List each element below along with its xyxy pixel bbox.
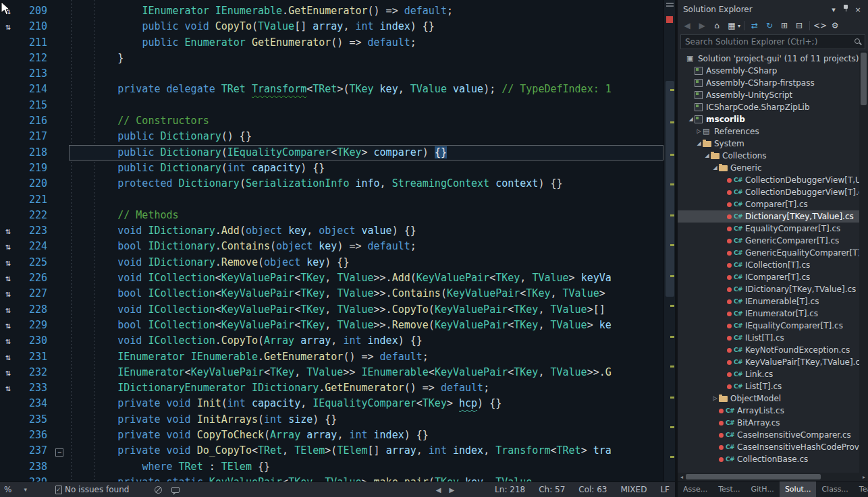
code-line[interactable]: ⇅227 bool ICollection<KeyValuePair<TKey,… bbox=[0, 286, 663, 301]
code-line[interactable]: 211 public Enumerator GetEnumerator() =>… bbox=[0, 35, 663, 51]
tree-item-keynotfoundexception-cs[interactable]: C#KeyNotFoundException.cs bbox=[678, 344, 868, 356]
code-line[interactable]: ⇅210 public void CopyTo(TValue[] array, … bbox=[0, 19, 663, 34]
breakpoint-margin[interactable] bbox=[0, 176, 16, 192]
tree-horizontal-scrollbar[interactable]: ◂ ▸ bbox=[678, 473, 868, 481]
implements-icon[interactable]: ⇅ bbox=[0, 302, 16, 318]
splitter-grip-icon[interactable] bbox=[666, 3, 674, 7]
implements-icon[interactable]: ⇅ bbox=[0, 270, 16, 286]
breakpoint-margin[interactable] bbox=[0, 98, 16, 113]
breakpoint-margin[interactable] bbox=[0, 208, 16, 223]
line-indicator[interactable]: Ln: 218 bbox=[495, 485, 525, 494]
code-line[interactable]: ⇅230 void ICollection.CopyTo(Array array… bbox=[0, 333, 663, 349]
tree-item-list-t-cs[interactable]: C#List[T].cs bbox=[678, 380, 868, 392]
tree-item-idictionary-tkey-tvalue-cs[interactable]: C#IDictionary[TKey,TValue].cs bbox=[678, 283, 868, 295]
code-line[interactable]: ⇅229 bool ICollection<KeyValuePair<TKey,… bbox=[0, 318, 663, 333]
breakpoint-margin[interactable] bbox=[0, 51, 16, 66]
pin-icon[interactable] bbox=[840, 5, 852, 14]
tree-item-generic[interactable]: ◢Generic bbox=[678, 162, 868, 174]
tree-item-caseinsensitivehashcodeprovider-cs[interactable]: C#CaseInsensitiveHashCodeProvider.cs bbox=[678, 441, 868, 453]
search-box[interactable] bbox=[680, 34, 865, 49]
tree-item-ienumerable-t-cs[interactable]: C#IEnumerable[T].cs bbox=[678, 295, 868, 308]
tool-window-tab-asse[interactable]: Asse... bbox=[678, 481, 713, 497]
expanded-arrow-icon[interactable]: ◢ bbox=[695, 138, 703, 150]
tree-item-genericequalitycomparer-t-cs[interactable]: C#GenericEqualityComparer[T].cs bbox=[678, 247, 868, 259]
scroll-left-icon[interactable]: ◂ bbox=[678, 474, 686, 480]
issues-summary[interactable]: No issues found bbox=[55, 485, 129, 494]
scroll-right-icon[interactable]: ▸ bbox=[860, 474, 868, 480]
tree-hscrollbar-thumb[interactable] bbox=[686, 474, 821, 479]
encoding-indicator[interactable]: MIXED bbox=[620, 485, 647, 494]
scrollbar-error-mark[interactable] bbox=[666, 16, 673, 23]
code-line[interactable]: 235 private void InitArrays(int size) {} bbox=[0, 412, 663, 428]
column-indicator[interactable]: Col: 63 bbox=[578, 485, 607, 494]
chevron-down-icon[interactable]: ▾ bbox=[738, 23, 740, 29]
tree-item-references[interactable]: ▷▤References bbox=[678, 125, 868, 138]
tree-item-comparer-t-cs[interactable]: C#Comparer[T].cs bbox=[678, 198, 868, 210]
code-line[interactable]: ⇅228 void ICollection<KeyValuePair<TKey,… bbox=[0, 302, 663, 318]
implements-icon[interactable]: ⇅ bbox=[0, 286, 16, 301]
code-line[interactable]: ⇅233 IDictionaryEnumerator IDictionary.G… bbox=[0, 380, 663, 396]
editor-vertical-scrollbar[interactable] bbox=[663, 0, 675, 481]
expanded-arrow-icon[interactable]: ◢ bbox=[687, 113, 695, 125]
code-line[interactable]: ⇅226 void ICollection<KeyValuePair<TKey,… bbox=[0, 270, 663, 286]
code-line[interactable]: 220 protected Dictionary(SerializationIn… bbox=[0, 176, 663, 192]
tree-item-mscorlib[interactable]: ◢mscorlib bbox=[678, 113, 868, 125]
tool-window-tab-test[interactable]: Test... bbox=[713, 481, 745, 497]
breakpoint-margin[interactable] bbox=[0, 66, 16, 82]
code-line[interactable]: 237− private void Do_CopyTo<TRet, TElem>… bbox=[0, 443, 663, 459]
tree-item-assembly-csharp-firstpass[interactable]: Assembly-CSharp-firstpass bbox=[678, 77, 868, 89]
tree-item-dictionary-tkey-tvalue-cs[interactable]: C#Dictionary[TKey,TValue].cs bbox=[678, 210, 868, 223]
implements-icon[interactable]: ⇅ bbox=[0, 255, 16, 270]
tree-item-collections[interactable]: ◢Collections bbox=[678, 150, 868, 162]
tree-item-assembly-csharp[interactable]: Assembly-CSharp bbox=[678, 65, 868, 77]
code-line[interactable]: 214 private delegate TRet Transform<TRet… bbox=[0, 82, 663, 97]
tree-item-assembly-unityscript[interactable]: Assembly-UnityScript bbox=[678, 89, 868, 101]
solution-tree[interactable]: ▣Solution 'project-gui' (11 of 11 projec… bbox=[678, 51, 868, 473]
tree-item-link-cs[interactable]: C#Link.cs bbox=[678, 368, 868, 380]
code-line[interactable]: 215 bbox=[0, 98, 663, 113]
breakpoint-margin[interactable] bbox=[0, 396, 16, 411]
search-icon[interactable] bbox=[854, 38, 862, 46]
code-line[interactable]: ⇅231 IEnumerator IEnumerable.GetEnumerat… bbox=[0, 349, 663, 365]
tree-item-icollection-t-cs[interactable]: C#ICollection[T].cs bbox=[678, 259, 868, 271]
implements-icon[interactable]: ⇅ bbox=[0, 318, 16, 333]
code-line[interactable]: 221 bbox=[0, 192, 663, 208]
breakpoint-margin[interactable] bbox=[0, 160, 16, 176]
code-line[interactable]: 222 // Methods bbox=[0, 208, 663, 223]
expanded-arrow-icon[interactable]: ◢ bbox=[703, 150, 711, 162]
collapse-all-icon[interactable]: ⊟ bbox=[792, 20, 806, 32]
code-line[interactable]: ⇅225 void IDictionary.Remove(object key)… bbox=[0, 255, 663, 270]
fold-marker[interactable]: − bbox=[50, 443, 69, 459]
breakpoint-margin[interactable] bbox=[0, 192, 16, 208]
code-line[interactable]: 217 public Dictionary() {} bbox=[0, 129, 663, 144]
tree-item-keyvaluepair-tkey-tvalue-cs[interactable]: C#KeyValuePair[TKey,TValue].cs bbox=[678, 356, 868, 368]
code-line[interactable]: ⇅232 IEnumerator<KeyValuePair<TKey, TVal… bbox=[0, 365, 663, 380]
breakpoint-margin[interactable] bbox=[0, 129, 16, 144]
breakpoint-margin[interactable] bbox=[0, 145, 16, 160]
tree-item-collectiondebuggerview-t-u-cs[interactable]: C#CollectionDebuggerView[T,U].cs bbox=[678, 174, 868, 186]
search-input[interactable] bbox=[684, 36, 854, 47]
code-line[interactable]: 239 private static KeyValuePair<TKey, TV… bbox=[0, 475, 663, 481]
collapsed-arrow-icon[interactable]: ▷ bbox=[695, 125, 703, 138]
tree-item-equalitycomparer-t-cs[interactable]: C#EqualityComparer[T].cs bbox=[678, 223, 868, 235]
tool-window-tab-gith[interactable]: GitH... bbox=[745, 481, 779, 497]
code-line[interactable]: 219 public Dictionary(int capacity) {} bbox=[0, 160, 663, 176]
navigate-back-icon[interactable]: ◀ bbox=[436, 486, 441, 494]
implements-icon[interactable]: ⇅ bbox=[0, 333, 16, 349]
switch-views-icon[interactable]: ▦ bbox=[725, 20, 738, 32]
breakpoint-margin[interactable] bbox=[0, 428, 16, 443]
code-line[interactable]: ⇅209 IEnumerator IEnumerable.GetEnumerat… bbox=[0, 3, 663, 19]
refresh-icon[interactable]: ↻ bbox=[763, 20, 776, 32]
tree-item-collectiondebuggerview-t-cs[interactable]: C#CollectionDebuggerView[T].cs bbox=[678, 186, 868, 198]
home-icon[interactable]: ⌂ bbox=[710, 20, 724, 32]
code-line[interactable]: 238 where TRet : TElem {} bbox=[0, 459, 663, 475]
tree-item-genericcomparer-t-cs[interactable]: C#GenericComparer[T].cs bbox=[678, 235, 868, 247]
tree-item-ienumerator-t-cs[interactable]: C#IEnumerator[T].cs bbox=[678, 308, 868, 320]
show-all-files-icon[interactable]: ⊞ bbox=[778, 20, 791, 32]
implements-icon[interactable]: ⇅ bbox=[0, 239, 16, 254]
breakpoint-margin[interactable] bbox=[0, 443, 16, 459]
tool-window-tab-tea[interactable]: Tea... bbox=[854, 481, 868, 497]
feedback-button[interactable] bbox=[171, 487, 180, 493]
breakpoint-margin[interactable] bbox=[0, 412, 16, 428]
tree-item-bitarray-cs[interactable]: C#BitArray.cs bbox=[678, 417, 868, 429]
